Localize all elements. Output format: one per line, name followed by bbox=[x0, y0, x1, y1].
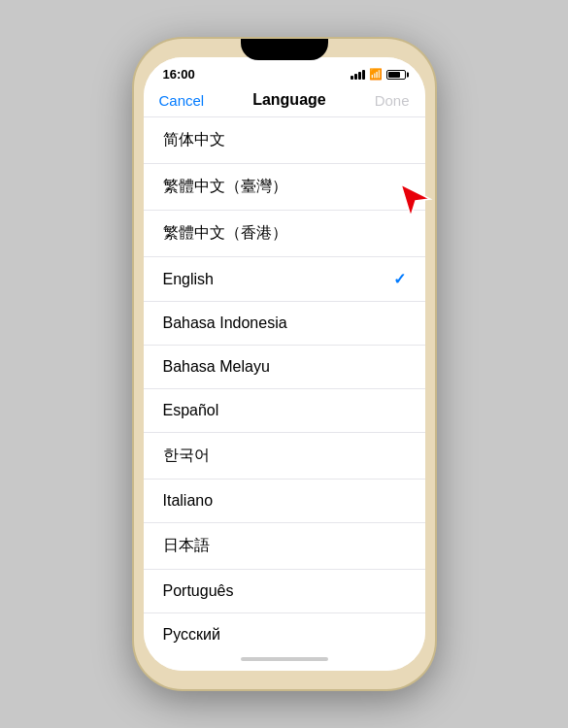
language-name-traditional-chinese-tw: 繁體中文（臺灣） bbox=[163, 177, 287, 197]
language-name-portuguese: Português bbox=[163, 582, 234, 600]
language-item-italiano[interactable]: Italiano bbox=[144, 480, 425, 523]
status-bar: 16:00 📶 bbox=[144, 57, 425, 85]
language-name-bahasa-melayu: Bahasa Melayu bbox=[163, 358, 270, 376]
battery-icon bbox=[386, 70, 406, 80]
done-button[interactable]: Done bbox=[375, 92, 410, 109]
nav-title: Language bbox=[252, 91, 326, 109]
language-item-bahasa-melayu[interactable]: Bahasa Melayu bbox=[144, 346, 425, 389]
signal-icon bbox=[351, 70, 365, 80]
language-name-korean: 한국어 bbox=[163, 446, 210, 466]
language-item-traditional-chinese-tw[interactable]: 繁體中文（臺灣） bbox=[144, 164, 425, 211]
language-item-english[interactable]: English✓ bbox=[144, 257, 425, 302]
language-item-portuguese[interactable]: Português bbox=[144, 570, 425, 613]
status-icons: 📶 bbox=[351, 68, 406, 81]
language-name-bahasa-indonesia: Bahasa Indonesia bbox=[163, 314, 287, 332]
language-item-korean[interactable]: 한국어 bbox=[144, 433, 425, 480]
phone-screen: 16:00 📶 Cancel Language Done 简体中 bbox=[144, 57, 425, 671]
language-item-japanese[interactable]: 日本語 bbox=[144, 523, 425, 570]
notch bbox=[241, 39, 328, 60]
cancel-button[interactable]: Cancel bbox=[159, 92, 205, 109]
language-name-italiano: Italiano bbox=[163, 492, 214, 510]
home-indicator bbox=[144, 647, 425, 671]
language-item-espanol[interactable]: Español bbox=[144, 389, 425, 433]
checkmark-icon: ✓ bbox=[393, 270, 406, 288]
wifi-icon: 📶 bbox=[369, 68, 383, 81]
language-name-russian: Русский bbox=[163, 626, 220, 644]
nav-bar: Cancel Language Done bbox=[144, 85, 425, 117]
status-time: 16:00 bbox=[163, 67, 195, 82]
language-name-simplified-chinese: 简体中文 bbox=[163, 130, 225, 150]
language-list: 简体中文繁體中文（臺灣）繁體中文（香港）English✓Bahasa Indon… bbox=[144, 117, 425, 647]
language-item-traditional-chinese-hk[interactable]: 繁體中文（香港） bbox=[144, 211, 425, 257]
language-item-simplified-chinese[interactable]: 简体中文 bbox=[144, 117, 425, 164]
language-item-bahasa-indonesia[interactable]: Bahasa Indonesia bbox=[144, 302, 425, 346]
language-name-japanese: 日本語 bbox=[163, 536, 210, 556]
language-name-traditional-chinese-hk: 繁體中文（香港） bbox=[163, 223, 287, 244]
language-name-english: English bbox=[163, 271, 214, 288]
home-bar bbox=[241, 657, 328, 661]
language-name-espanol: Español bbox=[163, 402, 219, 419]
phone-frame: 16:00 📶 Cancel Language Done 简体中 bbox=[134, 39, 435, 689]
language-item-russian[interactable]: Русский bbox=[144, 613, 425, 647]
